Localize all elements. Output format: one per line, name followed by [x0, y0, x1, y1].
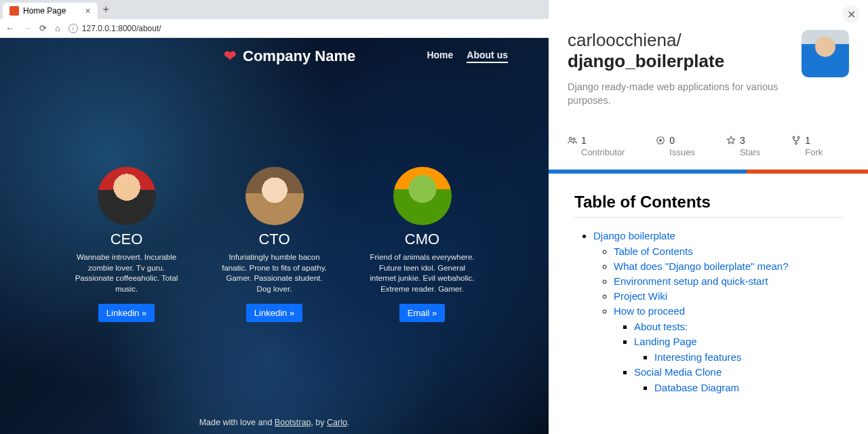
- footer-prefix: Made with love and: [199, 418, 275, 427]
- site-info-icon[interactable]: i: [68, 24, 78, 33]
- toc-link[interactable]: Project Wiki: [614, 290, 667, 302]
- star-icon: [726, 136, 736, 145]
- stat-contributors[interactable]: 1 Contributor: [568, 135, 625, 157]
- stat-value: 0: [669, 135, 675, 146]
- favicon-icon: [9, 6, 19, 16]
- svg-point-6: [795, 142, 797, 144]
- repo-panel: ✕ carloocchiena/ django_boilerplate Djan…: [549, 0, 868, 434]
- repo-description: Django ready-made web applications for v…: [568, 80, 785, 108]
- home-icon[interactable]: ⌂: [55, 23, 60, 33]
- stat-label: Contributor: [581, 147, 625, 157]
- new-tab-button[interactable]: +: [103, 3, 109, 16]
- role-label: CEO: [111, 231, 143, 248]
- toc-link[interactable]: Environment setup and quick-start: [614, 275, 768, 287]
- site-nav: Home About us: [427, 50, 508, 63]
- stat-value: 1: [581, 135, 587, 146]
- brand[interactable]: ❤ Company Name: [224, 47, 355, 65]
- member-blurb: Infuriatingly humble bacon fanatic. Pron…: [220, 252, 329, 294]
- toc-link[interactable]: Interesting features: [654, 351, 741, 363]
- role-label: CTO: [258, 231, 290, 248]
- toc-link[interactable]: Database Diagram: [654, 382, 739, 393]
- stat-label: Issues: [669, 147, 695, 157]
- footer-lib-link[interactable]: Bootstrap: [275, 418, 311, 427]
- url-bar[interactable]: i 127.0.0.1:8000/about/: [68, 24, 543, 33]
- close-icon[interactable]: ✕: [842, 5, 860, 23]
- footer-mid: , by: [311, 418, 327, 427]
- brand-text: Company Name: [243, 47, 355, 65]
- url-text: 127.0.0.1:8000/about/: [82, 24, 161, 33]
- tab-title: Home Page: [23, 6, 66, 16]
- close-tab-icon[interactable]: ×: [85, 5, 90, 16]
- role-label: CMO: [405, 231, 439, 248]
- stat-value: 3: [740, 135, 745, 146]
- toc-link[interactable]: Landing Page: [634, 336, 697, 347]
- toc-link[interactable]: About tests:: [634, 321, 688, 332]
- stat-stars[interactable]: 3 Stars: [726, 135, 760, 157]
- fork-icon: [791, 136, 801, 145]
- owner-avatar[interactable]: [802, 30, 849, 77]
- repo-name: django_boilerplate: [568, 51, 724, 71]
- toc-link[interactable]: Table of Contents: [614, 245, 693, 257]
- team-section: CEO Wannabe introvert. Incurable zombie …: [0, 167, 549, 322]
- issue-icon: [656, 136, 665, 145]
- toc-link[interactable]: How to proceed: [614, 305, 685, 317]
- team-member-cto: CTO Infuriatingly humble bacon fanatic. …: [220, 167, 329, 322]
- stat-issues[interactable]: 0 Issues: [656, 135, 695, 157]
- repo-stats: 1 Contributor 0 Issues 3 Stars 1 Fork: [549, 108, 868, 170]
- toc-title: Table of Contents: [574, 193, 842, 218]
- nav-home[interactable]: Home: [427, 50, 453, 63]
- stat-label: Stars: [740, 147, 760, 157]
- avatar: [245, 167, 304, 225]
- heart-icon: ❤: [224, 47, 236, 65]
- svg-point-3: [660, 139, 662, 141]
- toc-link[interactable]: Django boilerplate: [593, 230, 675, 241]
- browser-tab[interactable]: Home Page ×: [3, 3, 98, 19]
- repo-title[interactable]: carloocchiena/ django_boilerplate: [568, 30, 789, 72]
- back-icon[interactable]: ←: [5, 23, 14, 33]
- svg-point-0: [569, 137, 572, 140]
- svg-point-1: [573, 138, 575, 140]
- linkedin-button[interactable]: Linkedin »: [98, 304, 155, 322]
- avatar: [98, 167, 156, 225]
- browser-tab-strip: Home Page × +: [0, 0, 549, 19]
- svg-point-5: [797, 136, 800, 138]
- people-icon: [568, 136, 577, 145]
- team-member-cmo: CMO Friend of animals everywhere. Future…: [368, 167, 477, 322]
- team-member-ceo: CEO Wannabe introvert. Incurable zombie …: [73, 167, 181, 322]
- avatar: [393, 167, 452, 225]
- member-blurb: Wannabe introvert. Incurable zombie love…: [73, 252, 181, 294]
- page-content: ❤ Company Name Home About us CEO Wannabe…: [0, 38, 549, 434]
- browser-toolbar: ← → ⟳ ⌂ i 127.0.0.1:8000/about/: [0, 19, 549, 38]
- readme-toc: Table of Contents Django boilerplate Tab…: [549, 174, 868, 416]
- stat-forks[interactable]: 1 Fork: [791, 135, 823, 157]
- member-blurb: Friend of animals everywhere. Future tee…: [368, 252, 477, 294]
- language-segment: [549, 170, 747, 174]
- toc-link[interactable]: What does "Django boilerplate" mean?: [614, 260, 788, 272]
- footer-suffix: .: [347, 418, 349, 427]
- site-footer: Made with love and Bootstrap, by Carlo.: [0, 418, 549, 434]
- svg-point-4: [793, 136, 795, 138]
- nav-about[interactable]: About us: [467, 50, 508, 63]
- toc-link[interactable]: Social Media Clone: [634, 366, 722, 378]
- stat-value: 1: [805, 135, 810, 146]
- repo-owner: carloocchiena/: [568, 30, 682, 50]
- email-button[interactable]: Email »: [399, 304, 445, 322]
- language-segment: [747, 170, 868, 174]
- footer-author-link[interactable]: Carlo: [327, 418, 347, 427]
- reload-icon[interactable]: ⟳: [39, 23, 47, 33]
- forward-icon[interactable]: →: [22, 23, 31, 33]
- linkedin-button[interactable]: Linkedin »: [246, 304, 302, 322]
- stat-label: Fork: [805, 147, 823, 157]
- language-bar: [549, 170, 868, 174]
